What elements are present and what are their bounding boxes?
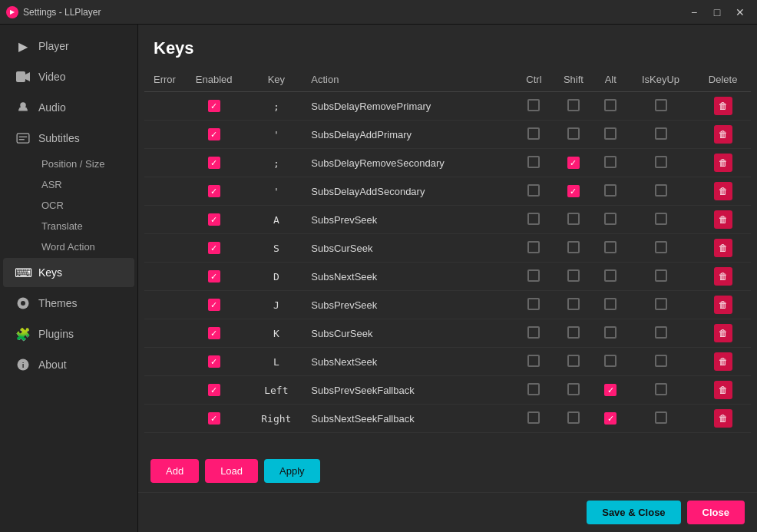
cell-ctrl[interactable] — [516, 291, 552, 319]
sidebar-item-audio[interactable]: Audio — [3, 93, 134, 122]
sidebar-item-plugins[interactable]: 🧩 Plugins — [3, 319, 134, 349]
cell-delete[interactable]: 🗑 — [695, 405, 751, 433]
cell-shift[interactable] — [552, 376, 595, 405]
checkbox-alt[interactable] — [604, 269, 617, 282]
delete-button[interactable]: 🗑 — [714, 381, 732, 399]
checkbox-shift[interactable] — [567, 298, 580, 310]
cell-ctrl[interactable] — [516, 206, 552, 234]
cell-shift[interactable] — [552, 263, 595, 291]
cell-shift[interactable] — [552, 405, 595, 433]
cell-enabled[interactable]: ✓ — [180, 291, 247, 319]
cell-iskeyup[interactable] — [626, 291, 696, 319]
cell-enabled[interactable]: ✓ — [180, 149, 247, 177]
checkbox-enabled[interactable]: ✓ — [208, 213, 220, 226]
delete-button[interactable]: 🗑 — [714, 267, 732, 286]
checkbox-alt[interactable]: ✓ — [604, 412, 617, 425]
cell-alt[interactable] — [595, 149, 626, 177]
checkbox-iskeyup[interactable] — [655, 269, 667, 282]
checkbox-iskeyup[interactable] — [655, 184, 667, 197]
checkbox-enabled[interactable]: ✓ — [208, 157, 220, 169]
delete-button[interactable]: 🗑 — [714, 409, 732, 428]
cell-alt[interactable] — [595, 92, 626, 121]
checkbox-ctrl[interactable] — [527, 355, 540, 367]
checkbox-shift[interactable] — [567, 269, 580, 282]
cell-enabled[interactable]: ✓ — [180, 177, 247, 206]
cell-enabled[interactable]: ✓ — [180, 376, 247, 405]
delete-button[interactable]: 🗑 — [714, 182, 732, 200]
cell-shift[interactable]: ✓ — [552, 177, 595, 206]
add-button[interactable]: Add — [150, 459, 199, 483]
cell-iskeyup[interactable] — [626, 376, 696, 405]
checkbox-ctrl[interactable] — [527, 99, 540, 111]
cell-shift[interactable] — [552, 206, 595, 234]
cell-alt[interactable] — [595, 291, 626, 319]
checkbox-enabled[interactable]: ✓ — [208, 412, 220, 425]
cell-iskeyup[interactable] — [626, 206, 696, 234]
cell-ctrl[interactable] — [516, 263, 552, 291]
window-close-button[interactable]: ✕ — [729, 2, 751, 23]
checkbox-enabled[interactable]: ✓ — [208, 270, 220, 283]
cell-ctrl[interactable] — [516, 121, 552, 149]
cell-alt[interactable] — [595, 121, 626, 149]
checkbox-iskeyup[interactable] — [655, 411, 667, 424]
checkbox-iskeyup[interactable] — [655, 213, 667, 225]
cell-ctrl[interactable] — [516, 177, 552, 206]
cell-shift[interactable] — [552, 348, 595, 376]
checkbox-ctrl[interactable] — [527, 326, 540, 339]
cell-ctrl[interactable] — [516, 348, 552, 376]
sidebar-item-player[interactable]: ▶ Player — [3, 31, 134, 61]
checkbox-enabled[interactable]: ✓ — [208, 384, 220, 396]
close-button[interactable]: Close — [687, 501, 745, 524]
cell-enabled[interactable]: ✓ — [180, 234, 247, 263]
checkbox-alt[interactable] — [604, 156, 617, 168]
cell-delete[interactable]: 🗑 — [695, 376, 751, 405]
sidebar-item-about[interactable]: i About — [3, 350, 134, 379]
cell-shift[interactable] — [552, 121, 595, 149]
checkbox-alt[interactable] — [604, 213, 617, 225]
checkbox-ctrl[interactable] — [527, 213, 540, 225]
cell-enabled[interactable]: ✓ — [180, 263, 247, 291]
delete-button[interactable]: 🗑 — [714, 324, 732, 342]
cell-iskeyup[interactable] — [626, 149, 696, 177]
checkbox-alt[interactable] — [604, 298, 617, 310]
cell-iskeyup[interactable] — [626, 263, 696, 291]
maximize-button[interactable]: □ — [706, 2, 728, 23]
cell-alt[interactable] — [595, 234, 626, 263]
cell-alt[interactable] — [595, 177, 626, 206]
checkbox-shift[interactable] — [567, 99, 580, 111]
cell-shift[interactable] — [552, 92, 595, 121]
cell-shift[interactable]: ✓ — [552, 149, 595, 177]
cell-ctrl[interactable] — [516, 92, 552, 121]
checkbox-alt[interactable] — [604, 241, 617, 253]
minimize-button[interactable]: − — [683, 2, 705, 23]
cell-iskeyup[interactable] — [626, 405, 696, 433]
checkbox-shift[interactable] — [567, 241, 580, 253]
checkbox-shift[interactable] — [567, 326, 580, 339]
sidebar-item-keys[interactable]: ⌨ Keys — [3, 258, 134, 287]
delete-button[interactable]: 🗑 — [714, 239, 732, 257]
cell-enabled[interactable]: ✓ — [180, 405, 247, 433]
apply-button[interactable]: Apply — [264, 459, 320, 483]
checkbox-alt[interactable] — [604, 184, 617, 197]
checkbox-shift[interactable] — [567, 383, 580, 395]
delete-button[interactable]: 🗑 — [714, 352, 732, 371]
cell-alt[interactable]: ✓ — [595, 376, 626, 405]
checkbox-alt[interactable]: ✓ — [604, 384, 617, 396]
checkbox-enabled[interactable]: ✓ — [208, 327, 220, 339]
checkbox-shift[interactable] — [567, 213, 580, 225]
checkbox-enabled[interactable]: ✓ — [208, 299, 220, 311]
cell-alt[interactable]: ✓ — [595, 405, 626, 433]
checkbox-ctrl[interactable] — [527, 241, 540, 253]
cell-ctrl[interactable] — [516, 405, 552, 433]
delete-button[interactable]: 🗑 — [714, 97, 732, 115]
sidebar-item-subtitles[interactable]: Subtitles — [3, 124, 134, 153]
cell-delete[interactable]: 🗑 — [695, 263, 751, 291]
cell-iskeyup[interactable] — [626, 177, 696, 206]
cell-delete[interactable]: 🗑 — [695, 149, 751, 177]
sidebar-item-themes[interactable]: Themes — [3, 289, 134, 318]
cell-enabled[interactable]: ✓ — [180, 206, 247, 234]
checkbox-iskeyup[interactable] — [655, 127, 667, 140]
cell-iskeyup[interactable] — [626, 348, 696, 376]
cell-delete[interactable]: 🗑 — [695, 348, 751, 376]
checkbox-ctrl[interactable] — [527, 298, 540, 310]
